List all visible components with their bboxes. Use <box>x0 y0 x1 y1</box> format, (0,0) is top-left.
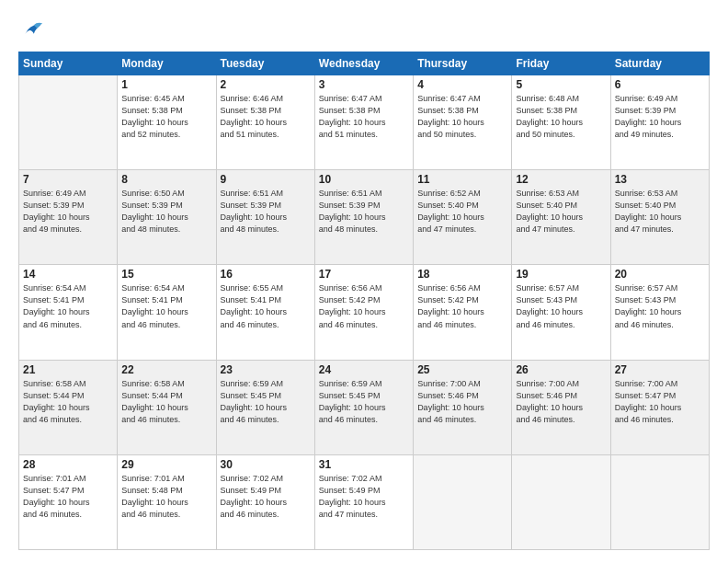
calendar-cell: 10Sunrise: 6:51 AM Sunset: 5:39 PM Dayli… <box>314 170 413 265</box>
day-number: 14 <box>23 268 113 281</box>
day-info: Sunrise: 6:55 AM Sunset: 5:41 PM Dayligh… <box>221 282 311 330</box>
weekday-header-row: SundayMondayTuesdayWednesdayThursdayFrid… <box>19 52 710 75</box>
calendar-cell: 1Sunrise: 6:45 AM Sunset: 5:38 PM Daylig… <box>118 75 216 170</box>
day-number: 19 <box>516 268 606 281</box>
weekday-header-friday: Friday <box>512 52 610 75</box>
day-number: 24 <box>319 363 409 376</box>
calendar-table: SundayMondayTuesdayWednesdayThursdayFrid… <box>18 52 710 550</box>
day-number: 30 <box>221 458 311 471</box>
day-info: Sunrise: 6:54 AM Sunset: 5:41 PM Dayligh… <box>121 282 211 330</box>
calendar-cell: 26Sunrise: 7:00 AM Sunset: 5:46 PM Dayli… <box>512 360 610 454</box>
day-info: Sunrise: 6:45 AM Sunset: 5:38 PM Dayligh… <box>121 93 211 141</box>
calendar-cell: 8Sunrise: 6:50 AM Sunset: 5:39 PM Daylig… <box>118 170 216 265</box>
day-number: 18 <box>417 268 507 281</box>
page: SundayMondayTuesdayWednesdayThursdayFrid… <box>0 0 728 563</box>
weekday-header-saturday: Saturday <box>610 52 709 75</box>
calendar-cell: 22Sunrise: 6:58 AM Sunset: 5:44 PM Dayli… <box>118 360 216 454</box>
day-info: Sunrise: 6:56 AM Sunset: 5:42 PM Dayligh… <box>417 282 507 330</box>
day-info: Sunrise: 7:00 AM Sunset: 5:46 PM Dayligh… <box>417 378 507 426</box>
calendar-week-row: 7Sunrise: 6:49 AM Sunset: 5:39 PM Daylig… <box>19 170 710 265</box>
weekday-header-tuesday: Tuesday <box>216 52 314 75</box>
calendar-week-row: 1Sunrise: 6:45 AM Sunset: 5:38 PM Daylig… <box>19 75 710 170</box>
calendar-cell: 13Sunrise: 6:53 AM Sunset: 5:40 PM Dayli… <box>610 170 709 265</box>
day-info: Sunrise: 6:59 AM Sunset: 5:45 PM Dayligh… <box>319 378 409 426</box>
calendar-cell: 7Sunrise: 6:49 AM Sunset: 5:39 PM Daylig… <box>19 170 118 265</box>
day-number: 3 <box>319 78 409 91</box>
calendar-cell: 12Sunrise: 6:53 AM Sunset: 5:40 PM Dayli… <box>512 170 610 265</box>
day-number: 10 <box>319 173 409 186</box>
day-info: Sunrise: 6:47 AM Sunset: 5:38 PM Dayligh… <box>319 93 409 141</box>
calendar-cell: 3Sunrise: 6:47 AM Sunset: 5:38 PM Daylig… <box>314 75 413 170</box>
day-number: 20 <box>615 268 705 281</box>
day-number: 5 <box>516 78 606 91</box>
calendar-cell: 6Sunrise: 6:49 AM Sunset: 5:39 PM Daylig… <box>610 75 709 170</box>
day-info: Sunrise: 7:00 AM Sunset: 5:46 PM Dayligh… <box>516 378 606 426</box>
weekday-header-monday: Monday <box>118 52 216 75</box>
day-number: 23 <box>221 363 311 376</box>
calendar-week-row: 28Sunrise: 7:01 AM Sunset: 5:47 PM Dayli… <box>19 454 710 549</box>
day-info: Sunrise: 7:01 AM Sunset: 5:47 PM Dayligh… <box>23 473 113 521</box>
day-info: Sunrise: 7:02 AM Sunset: 5:49 PM Dayligh… <box>221 473 311 521</box>
day-number: 31 <box>319 458 409 471</box>
day-info: Sunrise: 6:49 AM Sunset: 5:39 PM Dayligh… <box>23 188 113 236</box>
day-number: 13 <box>615 173 705 186</box>
day-info: Sunrise: 6:54 AM Sunset: 5:41 PM Dayligh… <box>23 282 113 330</box>
calendar-cell: 31Sunrise: 7:02 AM Sunset: 5:49 PM Dayli… <box>314 454 413 549</box>
calendar-cell: 2Sunrise: 6:46 AM Sunset: 5:38 PM Daylig… <box>216 75 314 170</box>
day-info: Sunrise: 6:47 AM Sunset: 5:38 PM Dayligh… <box>417 93 507 141</box>
day-number: 17 <box>319 268 409 281</box>
calendar-cell <box>414 454 512 549</box>
day-info: Sunrise: 6:48 AM Sunset: 5:38 PM Dayligh… <box>516 93 606 141</box>
weekday-header-sunday: Sunday <box>19 52 118 75</box>
day-number: 2 <box>221 78 311 91</box>
day-number: 6 <box>615 78 705 91</box>
calendar-cell: 15Sunrise: 6:54 AM Sunset: 5:41 PM Dayli… <box>118 265 216 360</box>
day-info: Sunrise: 7:02 AM Sunset: 5:49 PM Dayligh… <box>319 473 409 521</box>
calendar-cell: 11Sunrise: 6:52 AM Sunset: 5:40 PM Dayli… <box>414 170 512 265</box>
day-number: 29 <box>121 458 211 471</box>
day-info: Sunrise: 6:52 AM Sunset: 5:40 PM Dayligh… <box>417 188 507 236</box>
calendar-cell: 4Sunrise: 6:47 AM Sunset: 5:38 PM Daylig… <box>414 75 512 170</box>
calendar-cell: 20Sunrise: 6:57 AM Sunset: 5:43 PM Dayli… <box>610 265 709 360</box>
day-info: Sunrise: 6:50 AM Sunset: 5:39 PM Dayligh… <box>121 188 211 236</box>
day-info: Sunrise: 6:57 AM Sunset: 5:43 PM Dayligh… <box>516 282 606 330</box>
calendar-cell: 25Sunrise: 7:00 AM Sunset: 5:46 PM Dayli… <box>414 360 512 454</box>
day-info: Sunrise: 7:01 AM Sunset: 5:48 PM Dayligh… <box>121 473 211 521</box>
day-info: Sunrise: 6:57 AM Sunset: 5:43 PM Dayligh… <box>615 282 705 330</box>
weekday-header-wednesday: Wednesday <box>314 52 413 75</box>
logo <box>18 17 48 42</box>
logo-icon <box>18 17 44 42</box>
calendar-cell: 27Sunrise: 7:00 AM Sunset: 5:47 PM Dayli… <box>610 360 709 454</box>
day-number: 1 <box>121 78 211 91</box>
day-number: 21 <box>23 363 113 376</box>
day-number: 4 <box>417 78 507 91</box>
day-number: 16 <box>221 268 311 281</box>
day-number: 27 <box>615 363 705 376</box>
calendar-week-row: 14Sunrise: 6:54 AM Sunset: 5:41 PM Dayli… <box>19 265 710 360</box>
day-info: Sunrise: 6:58 AM Sunset: 5:44 PM Dayligh… <box>23 378 113 426</box>
day-number: 15 <box>121 268 211 281</box>
calendar-cell: 21Sunrise: 6:58 AM Sunset: 5:44 PM Dayli… <box>19 360 118 454</box>
day-number: 25 <box>417 363 507 376</box>
calendar-cell: 29Sunrise: 7:01 AM Sunset: 5:48 PM Dayli… <box>118 454 216 549</box>
calendar-cell: 24Sunrise: 6:59 AM Sunset: 5:45 PM Dayli… <box>314 360 413 454</box>
calendar-cell: 30Sunrise: 7:02 AM Sunset: 5:49 PM Dayli… <box>216 454 314 549</box>
calendar-cell: 17Sunrise: 6:56 AM Sunset: 5:42 PM Dayli… <box>314 265 413 360</box>
calendar-cell: 9Sunrise: 6:51 AM Sunset: 5:39 PM Daylig… <box>216 170 314 265</box>
day-number: 11 <box>417 173 507 186</box>
calendar-cell: 16Sunrise: 6:55 AM Sunset: 5:41 PM Dayli… <box>216 265 314 360</box>
day-info: Sunrise: 6:49 AM Sunset: 5:39 PM Dayligh… <box>615 93 705 141</box>
header <box>18 17 710 42</box>
day-info: Sunrise: 6:46 AM Sunset: 5:38 PM Dayligh… <box>221 93 311 141</box>
weekday-header-thursday: Thursday <box>414 52 512 75</box>
calendar-cell: 19Sunrise: 6:57 AM Sunset: 5:43 PM Dayli… <box>512 265 610 360</box>
day-info: Sunrise: 7:00 AM Sunset: 5:47 PM Dayligh… <box>615 378 705 426</box>
day-info: Sunrise: 6:51 AM Sunset: 5:39 PM Dayligh… <box>319 188 409 236</box>
day-number: 8 <box>121 173 211 186</box>
day-number: 9 <box>221 173 311 186</box>
day-info: Sunrise: 6:56 AM Sunset: 5:42 PM Dayligh… <box>319 282 409 330</box>
calendar-cell <box>512 454 610 549</box>
calendar-cell <box>19 75 118 170</box>
day-info: Sunrise: 6:58 AM Sunset: 5:44 PM Dayligh… <box>121 378 211 426</box>
day-info: Sunrise: 6:53 AM Sunset: 5:40 PM Dayligh… <box>615 188 705 236</box>
